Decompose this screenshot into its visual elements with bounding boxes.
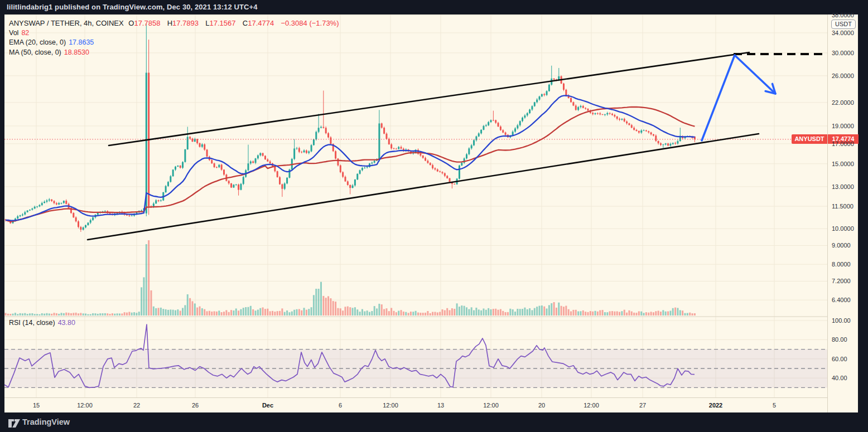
price-line-symbol-chip: ANYUSDT — [792, 134, 827, 144]
ohlc-high: H17.7893 — [167, 19, 199, 27]
rsi-axis-label: 40.00 — [832, 375, 847, 381]
tradingview-brand[interactable]: TradingView — [22, 418, 70, 426]
price-axis-label: 15.0000 — [832, 161, 854, 167]
time-axis-label: 26 — [192, 402, 199, 409]
time-axis-label: 22 — [133, 402, 140, 409]
time-axis-label: 12:00 — [383, 402, 398, 409]
tradingview-snapshot: lilitlindabrig1 published on TradingView… — [0, 0, 868, 432]
price-axis-label: 17.0000 — [832, 140, 854, 147]
symbol-title: ANYSWAP / TETHER, 4h, COINEX — [9, 18, 124, 28]
legend: ANYSWAP / TETHER, 4h, COINEX O17.7858 H1… — [9, 18, 339, 57]
price-axis-label: 13.0000 — [832, 183, 854, 190]
time-axis-label: 20 — [538, 402, 545, 409]
price-axis-label: 6.4000 — [832, 297, 851, 303]
rsi-axis-label: 60.00 — [832, 356, 847, 362]
top-bar: lilitlindabrig1 published on TradingView… — [0, 0, 868, 14]
price-axis-label: 7.2000 — [832, 278, 851, 284]
volume-legend: Vol82 — [9, 28, 339, 38]
rsi-legend: RSI (14, close)43.80 — [9, 319, 75, 327]
price-axis-label: 19.0000 — [832, 123, 854, 129]
time-axis-label: 6 — [339, 402, 342, 409]
ema-legend: EMA (20, close, 0)17.8635 — [9, 38, 339, 48]
time-axis-label: 27 — [639, 402, 646, 409]
price-axis-label: 34.0000 — [832, 30, 854, 36]
change-value: −0.3084 (−1.73%) — [281, 19, 339, 27]
chart-area[interactable]: ANYSWAP / TETHER, 4h, COINEX O17.7858 H1… — [4, 14, 827, 397]
price-axis-label: 9.0000 — [832, 242, 851, 249]
price-axis-label: 10.0000 — [832, 225, 854, 232]
ma-legend: MA (50, close, 0)18.8530 — [9, 48, 339, 58]
ohlc-low: L17.1567 — [205, 19, 235, 27]
price-axis-label: 26.0000 — [832, 72, 854, 79]
time-axis-label: 5 — [773, 402, 776, 409]
price-axis-label: 38.0000 — [832, 12, 854, 18]
price-axis-label: 8.0000 — [832, 261, 851, 268]
symbol-legend: ANYSWAP / TETHER, 4h, COINEX O17.7858 H1… — [9, 18, 339, 28]
time-axis-label: 2022 — [709, 402, 722, 409]
tradingview-logo-icon — [8, 418, 21, 429]
ohlc-close: C17.4774 — [243, 19, 274, 27]
time-axis-label: Dec — [262, 402, 273, 409]
chart-canvas[interactable] — [4, 14, 827, 397]
price-axis[interactable]: USDT 17.4774 38.000034.000030.000026.000… — [827, 14, 858, 412]
rsi-axis-label: 100.00 — [832, 317, 851, 324]
time-axis-label: 13 — [437, 402, 444, 409]
time-axis[interactable]: 1512:002226Dec612:001312:002012:00272022… — [4, 397, 827, 412]
time-axis-label: 15 — [33, 402, 40, 409]
currency-unit-badge: USDT — [831, 20, 856, 29]
rsi-axis-label: 80.00 — [832, 336, 847, 343]
footer: TradingView — [0, 412, 868, 432]
price-axis-label: 30.0000 — [832, 50, 854, 56]
ohlc-open: O17.7858 — [128, 19, 160, 27]
snapshot-attribution: lilitlindabrig1 published on TradingView… — [7, 3, 258, 11]
price-axis-label: 22.0000 — [832, 99, 854, 106]
time-axis-label: 12:00 — [483, 402, 499, 409]
time-axis-label: 12:00 — [584, 402, 599, 409]
time-axis-label: 12:00 — [77, 402, 93, 409]
price-axis-label: 11.5000 — [832, 203, 853, 210]
